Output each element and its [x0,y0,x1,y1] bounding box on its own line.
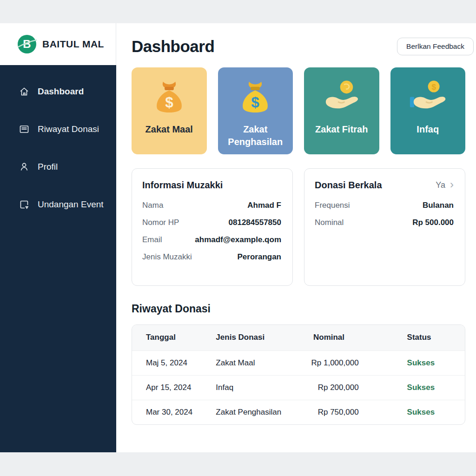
brand-name: BAITUL MAL [42,39,104,50]
list-icon [19,124,30,135]
cell-jenis: Zakat Penghasilan [202,400,298,424]
riwayat-donasi-heading: Riwayat Donasi [132,303,465,315]
info-card-row: Informasi Muzakki Nama Ahmad F Nomor HP … [132,168,465,286]
info-label: Frequensi [315,201,350,210]
info-row-nomor-hp: Nomor HP 081284557850 [142,218,281,227]
main-header: Dashboard Berlkan Feedback [132,37,465,56]
zakat-maal-card[interactable]: $ Zakat Maal [132,67,207,154]
sidebar-item-label: Profil [38,162,58,172]
cell-status: Sukses [395,350,465,375]
money-bag-icon: $ [236,79,275,118]
zakat-card-grid: $ Zakat Maal $ Zakat Penghasilan [132,67,465,154]
cell-jenis: Zakat Maal [202,350,298,375]
svg-text:$: $ [432,83,436,92]
table-row: Apr 15, 2024 Infaq Rp 200,000 Sukses [132,375,465,400]
info-label: Email [142,235,162,245]
zakat-fitrah-card[interactable]: Zakat Fitrah [304,67,379,154]
info-value: Bulanan [423,201,454,210]
chevron-right-icon: › [450,179,454,190]
zakat-card-label: Zakat Penghasilan [218,123,293,148]
info-row-jenis-muzakki: Jenis Muzakki Perorangan [142,252,281,262]
cell-nominal: Rp 750,000 [298,400,395,424]
infaq-card[interactable]: $ Infaq [390,67,466,154]
info-row-nama: Nama Ahmad F [142,201,281,210]
sidebar-item-undangan-event[interactable]: Undangan Event [0,198,116,212]
donasi-berkala-card: Donasi Berkala Ya › Frequensi Bulanan No… [304,168,465,286]
hand-coin-icon: $ [408,79,447,118]
info-value: ahmadf@example.qom [195,235,281,245]
page-title: Dashboard [132,37,214,56]
cell-jenis: Infaq [202,375,298,400]
info-value: Rp 500.000 [412,218,454,227]
cell-status: Sukses [395,375,465,400]
info-value: 081284557850 [229,218,281,227]
info-value: Perorangan [238,252,281,262]
column-header-jenis: Jenis Donasi [202,325,298,350]
info-label: Nomor HP [142,218,179,227]
zakat-card-label: Zakat Fitrah [311,123,372,136]
card-title: Donasi Berkala [315,180,382,191]
cell-status: Sukses [395,400,465,424]
app-window: B BAITUL MAL Dashboard Riwa [0,23,476,452]
table-row: Maj 5, 2024 Zakat Maal Rp 1,000,000 Suks… [132,350,465,375]
cell-tanggal: Maj 5, 2024 [132,350,202,375]
info-label: Jenis Muzakki [142,252,192,262]
sidebar-item-label: Undangan Event [38,199,104,210]
column-header-nominal: Nominal [298,325,395,350]
table-header-row: Tanggal Jenis Donasi Nominal Status [132,325,465,350]
info-row-nominal: Nominal Rp 500.000 [315,218,454,227]
home-icon [19,86,30,97]
brand-header: B BAITUL MAL [0,23,116,65]
cell-nominal: Rp 200,000 [298,375,395,400]
zakat-penghasilan-card[interactable]: $ Zakat Penghasilan [218,67,293,154]
user-icon [19,161,30,172]
hand-coin-icon [322,79,361,118]
cell-tanggal: Mar 30, 2024 [132,400,202,424]
sidebar-item-profil[interactable]: Profil [0,160,116,174]
berkala-detail-link[interactable]: Ya › [436,180,454,190]
sidebar-item-label: Riwayat Donasi [38,124,99,134]
info-row-frequensi: Frequensi Bulanan [315,201,454,210]
info-label: Nominal [315,218,344,227]
svg-text:$: $ [251,94,259,111]
feedback-button[interactable]: Berlkan Feedback [397,38,474,55]
donation-history-table: Tanggal Jenis Donasi Nominal Status Maj … [132,324,465,425]
info-label: Nama [142,201,163,210]
sidebar-item-dashboard[interactable]: Dashboard [0,85,116,99]
berkala-status: Ya [436,180,445,190]
zakat-card-label: Infaq [412,123,443,136]
column-header-status: Status [395,325,465,350]
sidebar: B BAITUL MAL Dashboard Riwa [0,23,116,452]
svg-text:$: $ [165,94,173,111]
sidebar-item-label: Dashboard [38,86,84,97]
money-bag-icon: $ [150,79,189,118]
sidebar-item-riwayat-donasi[interactable]: Riwayat Donasi [0,122,116,136]
cell-tanggal: Apr 15, 2024 [132,375,202,400]
table-row: Mar 30, 2024 Zakat Penghasilan Rp 750,00… [132,400,465,424]
sidebar-nav: Dashboard Riwayat Donasi Profil [0,65,116,452]
card-title: Informasi Muzakki [142,180,223,191]
informasi-muzakki-card: Informasi Muzakki Nama Ahmad F Nomor HP … [132,168,293,286]
cell-nominal: Rp 1,000,000 [298,350,395,375]
event-icon [19,199,30,210]
brand-logo-icon: B [17,34,37,54]
zakat-card-label: Zakat Maal [141,123,198,136]
info-row-email: Email ahmadf@example.qom [142,235,281,245]
info-value: Ahmad F [247,201,281,210]
main-content: Dashboard Berlkan Feedback $ Zakat Maal [116,23,476,452]
column-header-tanggal: Tanggal [132,325,202,350]
